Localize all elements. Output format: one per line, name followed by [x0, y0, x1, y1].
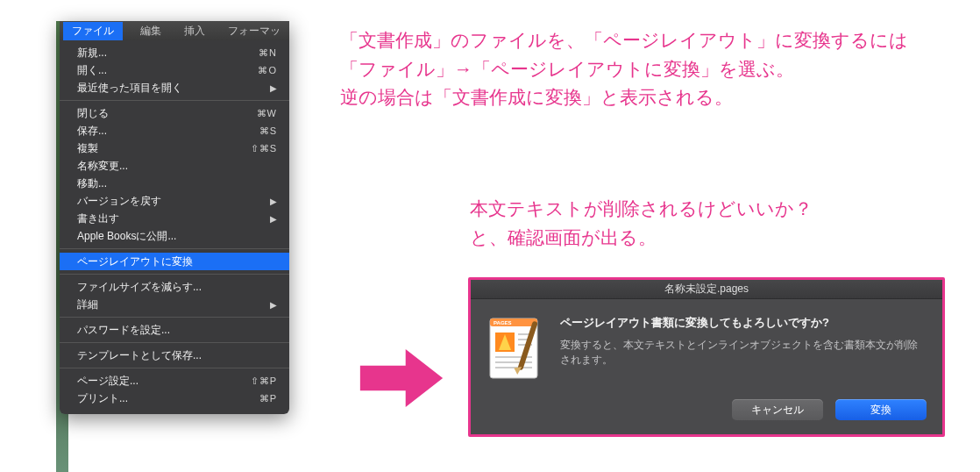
button-label: キャンセル — [751, 403, 804, 418]
menu-item-shortcut: ⌘W — [257, 108, 277, 119]
menu-item-shortcut: ⇧⌘S — [251, 143, 277, 154]
menu-separator — [60, 274, 289, 275]
menu-separator — [60, 317, 289, 318]
menu-item-save[interactable]: 保存... ⌘S — [60, 122, 289, 139]
menu-item-shortcut: ⌘P — [259, 393, 277, 404]
confirm-dialog: 名称未設定.pages PAGES ページレイアウト書類に変換してもよろしいです… — [468, 277, 945, 437]
menu-item-revert[interactable]: バージョンを戻す ▶ — [60, 192, 289, 210]
file-menu-panel: ファイル 編集 挿入 フォーマッ 新規... ⌘N 開く... ⌘O 最近使った… — [60, 21, 289, 414]
menu-item-rename[interactable]: 名称変更... — [60, 157, 289, 175]
menu-item-label: バージョンを戻す — [77, 194, 161, 209]
menu-item-advanced[interactable]: 詳細 ▶ — [60, 296, 289, 313]
menu-format[interactable]: フォーマッ — [223, 22, 286, 40]
menu-item-label: ファイルサイズを減らす... — [77, 280, 202, 295]
menu-item-open[interactable]: 開く... ⌘O — [60, 61, 289, 79]
menu-item-label: テンプレートとして保存... — [77, 348, 202, 363]
menu-file[interactable]: ファイル — [63, 22, 123, 40]
menu-item-password[interactable]: パスワードを設定... — [60, 321, 289, 339]
menu-item-label: 書き出す — [77, 211, 119, 226]
menu-item-applebooks[interactable]: Apple Booksに公開... — [60, 227, 289, 245]
menu-item-label: 開く... — [77, 63, 107, 78]
svg-marker-0 — [360, 349, 443, 407]
dialog-body: PAGES ページレイアウト書類に変換してもよろしいですか? 変換すると、本文テ… — [471, 299, 942, 394]
menu-item-shortcut: ⌘S — [259, 125, 277, 137]
menu-item-new[interactable]: 新規... ⌘N — [60, 44, 289, 61]
arrow-right-icon — [359, 349, 444, 407]
caption-line: 本文テキストが削除されるけどいいか？ — [470, 195, 961, 224]
menu-item-label: 最近使った項目を開く — [77, 81, 182, 96]
menu-item-label: 複製 — [77, 141, 98, 156]
menu-separator — [60, 368, 289, 368]
menu-item-label: 移動... — [77, 176, 107, 191]
menu-item-label: ページ設定... — [77, 374, 138, 389]
instruction-line: 逆の場合は「文書作成に変換」と表示される。 — [340, 83, 954, 112]
dialog-titlebar: 名称未設定.pages — [471, 280, 942, 299]
menu-item-label: ページレイアウトに変換 — [77, 254, 193, 269]
menu-item-label: 閉じる — [77, 106, 109, 121]
convert-button[interactable]: 変換 — [835, 399, 927, 420]
menu-item-move[interactable]: 移動... — [60, 175, 289, 192]
menu-item-shortcut: ⌘O — [258, 65, 277, 76]
caption-line: と、確認画面が出る。 — [470, 224, 961, 253]
dialog-description: 変換すると、本文テキストとインラインオブジェクトを含む書類本文が削除されます。 — [560, 338, 927, 368]
menu-item-label: 新規... — [77, 46, 107, 61]
menu-item-shortcut: ⌘N — [259, 47, 277, 59]
instruction-line: 「ファイル」→「ページレイアウトに変換」を選ぶ。 — [340, 55, 954, 84]
menu-item-label: Apple Booksに公開... — [77, 229, 176, 244]
cancel-button[interactable]: キャンセル — [732, 399, 823, 420]
dialog-heading: ページレイアウト書類に変換してもよろしいですか? — [560, 315, 927, 331]
menu-separator — [60, 100, 289, 101]
dialog-text: ページレイアウト書類に変換してもよろしいですか? 変換すると、本文テキストとイン… — [560, 315, 927, 382]
menu-separator — [60, 342, 289, 343]
dialog-title: 名称未設定.pages — [664, 282, 749, 297]
menu-item-label: パスワードを設定... — [77, 323, 170, 338]
menu-item-close[interactable]: 閉じる ⌘W — [60, 104, 289, 122]
instruction-text: 「文書作成」のファイルを、「ページレイアウト」に変換するには 「ファイル」→「ペ… — [340, 26, 954, 112]
menu-item-page-setup[interactable]: ページ設定... ⇧⌘P — [60, 372, 289, 390]
pages-document-icon: PAGES — [486, 315, 544, 382]
menu-item-recent[interactable]: 最近使った項目を開く ▶ — [60, 79, 289, 97]
menu-item-convert-page-layout[interactable]: ページレイアウトに変換 — [60, 253, 289, 270]
menu-item-export[interactable]: 書き出す ▶ — [60, 210, 289, 227]
menu-item-reduce-filesize[interactable]: ファイルサイズを減らす... — [60, 278, 289, 296]
dialog-buttons: キャンセル 変換 — [471, 394, 942, 434]
menu-item-label: プリント... — [77, 391, 128, 406]
instruction-line: 「文書作成」のファイルを、「ページレイアウト」に変換するには — [340, 26, 954, 55]
menu-item-save-template[interactable]: テンプレートとして保存... — [60, 347, 289, 364]
menu-item-shortcut: ⇧⌘P — [251, 375, 277, 387]
menu-bar[interactable]: ファイル 編集 挿入 フォーマッ — [60, 21, 289, 40]
button-label: 変換 — [870, 403, 891, 418]
menu-item-label: 名称変更... — [77, 159, 128, 174]
menu-separator — [60, 248, 289, 249]
chevron-right-icon: ▶ — [270, 197, 277, 206]
chevron-right-icon: ▶ — [270, 214, 277, 224]
svg-text:PAGES: PAGES — [494, 320, 512, 325]
menu-item-label: 詳細 — [77, 297, 98, 312]
chevron-right-icon: ▶ — [270, 300, 277, 310]
menu-insert[interactable]: 挿入 — [179, 22, 210, 40]
chevron-right-icon: ▶ — [270, 83, 277, 93]
menu-item-duplicate[interactable]: 複製 ⇧⌘S — [60, 139, 289, 157]
dialog-caption: 本文テキストが削除されるけどいいか？ と、確認画面が出る。 — [470, 195, 961, 252]
menu-edit[interactable]: 編集 — [135, 22, 167, 40]
menu-item-print[interactable]: プリント... ⌘P — [60, 390, 289, 407]
file-dropdown: 新規... ⌘N 開く... ⌘O 最近使った項目を開く ▶ 閉じる ⌘W 保存… — [60, 40, 289, 414]
menu-item-label: 保存... — [77, 124, 107, 139]
